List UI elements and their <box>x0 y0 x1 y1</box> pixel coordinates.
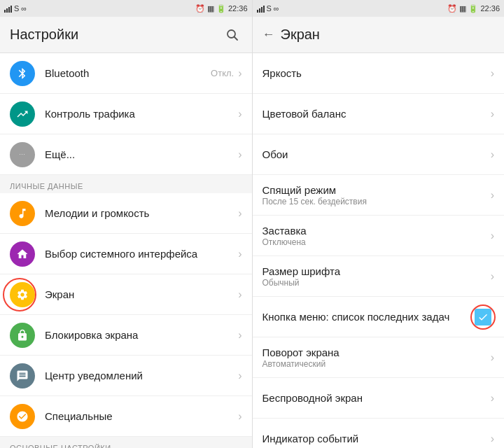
rotation-content: Поворот экрана Автоматический <box>262 340 491 376</box>
special-right: › <box>238 410 241 423</box>
alarm-icon: ⏰ <box>195 4 205 13</box>
wireless-screen-title: Беспроводной экран <box>262 392 491 404</box>
brightness-content: Яркость <box>262 60 491 86</box>
traffic-chevron: › <box>238 108 241 120</box>
settings-item-sounds[interactable]: Мелодии и громкость › <box>0 193 252 234</box>
right-status-right: ⏰ ▦ 🔋 22:36 <box>447 4 500 13</box>
settings-item-special[interactable]: Специальные › <box>0 396 252 437</box>
sleep-chevron: › <box>491 189 494 202</box>
font-size-content: Размер шрифта Обычный <box>262 258 491 295</box>
screen-icon <box>10 282 35 307</box>
left-status-right: ⏰ ▦ 🔋 22:36 <box>195 4 248 13</box>
interface-icon <box>10 241 35 267</box>
left-panel-content: Bluetooth Откл. › Контроль трафика <box>0 53 252 448</box>
screen-title: Экран <box>45 288 238 300</box>
settings-item-screen[interactable]: Экран › <box>0 274 252 315</box>
settings-item-traffic[interactable]: Контроль трафика › <box>0 94 252 134</box>
left-status-left: S ∞ <box>4 4 27 13</box>
search-button[interactable] <box>223 25 242 45</box>
sounds-icon <box>10 201 35 226</box>
menu-button-content: Кнопка меню: список последних задач <box>262 304 475 330</box>
notifications-content: Центр уведомлений <box>45 370 238 382</box>
settings-item-interface[interactable]: Выбор системного интерфейса › <box>0 234 252 274</box>
left-time: 22:36 <box>228 4 248 13</box>
settings-item-wireless-screen[interactable]: Беспроводной экран › <box>253 378 505 419</box>
section-basic-label: ОСНОВНЫЕ НАСТРОЙКИ <box>0 437 252 448</box>
notifications-title: Центр уведомлений <box>45 370 238 382</box>
settings-item-more[interactable]: ··· Ещё... › <box>0 134 252 175</box>
right-battery-icon: 🔋 <box>468 4 478 13</box>
more-title: Ещё... <box>45 148 238 160</box>
right-wifi-icon: ▦ <box>459 4 466 13</box>
special-icon <box>10 404 35 429</box>
left-infinity-icon: ∞ <box>21 4 27 13</box>
settings-item-sleep[interactable]: Спящий режим После 15 сек. бездействия › <box>253 175 505 216</box>
right-infinity-icon: ∞ <box>274 4 279 13</box>
sounds-chevron: › <box>238 207 241 220</box>
left-header: Настройки <box>0 17 252 53</box>
right-panel-title: Экран <box>281 27 320 43</box>
settings-item-color-balance[interactable]: Цветовой баланс › <box>253 94 505 134</box>
sounds-content: Мелодии и громкость <box>45 207 238 219</box>
interface-content: Выбор системного интерфейса <box>45 248 238 260</box>
bluetooth-value: Откл. <box>211 68 234 78</box>
rotation-chevron: › <box>491 351 494 364</box>
special-chevron: › <box>238 410 241 423</box>
wireless-screen-chevron: › <box>491 392 494 405</box>
screensaver-content: Заставка Отключена <box>262 218 491 254</box>
sleep-content: Спящий режим После 15 сек. бездействия <box>262 177 491 214</box>
more-right: › <box>238 148 241 161</box>
search-icon <box>225 28 239 42</box>
settings-item-brightness[interactable]: Яркость › <box>253 53 505 94</box>
notifications-right: › <box>238 370 241 382</box>
traffic-icon <box>10 102 35 127</box>
brightness-chevron: › <box>491 67 494 80</box>
bluetooth-chevron: › <box>238 67 241 80</box>
interface-chevron: › <box>238 248 241 260</box>
settings-item-menu-button[interactable]: Кнопка меню: список последних задач <box>253 297 505 337</box>
right-signal-icon <box>257 4 265 13</box>
special-title: Специальные <box>45 410 238 422</box>
bluetooth-title: Bluetooth <box>45 67 211 79</box>
menu-button-title: Кнопка меню: список последних задач <box>262 311 475 323</box>
lock-right: › <box>238 329 241 342</box>
settings-item-rotation[interactable]: Поворот экрана Автоматический › <box>253 337 505 378</box>
more-chevron: › <box>238 148 241 161</box>
battery-icon: 🔋 <box>216 4 226 13</box>
settings-item-notifications[interactable]: Центр уведомлений › <box>0 356 252 396</box>
color-balance-title: Цветовой баланс <box>262 108 491 120</box>
notifications-icon <box>10 363 35 388</box>
screensaver-title: Заставка <box>262 225 491 237</box>
settings-item-event-indicator[interactable]: Индикатор событий › <box>253 419 505 448</box>
bluetooth-right: Откл. › <box>211 67 241 80</box>
traffic-right: › <box>238 108 241 120</box>
lock-chevron: › <box>238 329 241 342</box>
right-header: ← Экран <box>253 17 505 53</box>
traffic-title: Контроль трафика <box>45 108 238 120</box>
settings-item-lock[interactable]: Блокировка экрана › <box>0 315 252 356</box>
right-alarm-icon: ⏰ <box>447 4 457 13</box>
settings-item-wallpaper[interactable]: Обои › <box>253 134 505 175</box>
bluetooth-content: Bluetooth <box>45 67 211 79</box>
settings-item-font-size[interactable]: Размер шрифта Обычный › <box>253 256 505 297</box>
event-indicator-content: Индикатор событий <box>262 426 491 448</box>
screensaver-subtitle: Отключена <box>262 237 491 247</box>
section-personal-label: ЛИЧНЫЕ ДАННЫЕ <box>0 175 252 193</box>
right-carrier-icon: S <box>267 4 272 13</box>
back-button[interactable]: ← <box>262 27 275 42</box>
brightness-title: Яркость <box>262 67 491 79</box>
settings-item-bluetooth[interactable]: Bluetooth Откл. › <box>0 53 252 94</box>
screensaver-chevron: › <box>491 230 494 242</box>
left-panel-title: Настройки <box>10 27 78 43</box>
svg-line-1 <box>234 36 237 40</box>
screen-chevron: › <box>238 288 241 301</box>
font-size-chevron: › <box>491 270 494 283</box>
screen-content: Экран <box>45 288 238 300</box>
interface-right: › <box>238 248 241 260</box>
font-size-title: Размер шрифта <box>262 265 491 277</box>
lock-title: Блокировка экрана <box>45 329 238 341</box>
signal-icon <box>4 4 12 13</box>
event-indicator-title: Индикатор событий <box>262 433 491 444</box>
settings-item-screensaver[interactable]: Заставка Отключена › <box>253 216 505 256</box>
bluetooth-icon <box>10 61 35 86</box>
